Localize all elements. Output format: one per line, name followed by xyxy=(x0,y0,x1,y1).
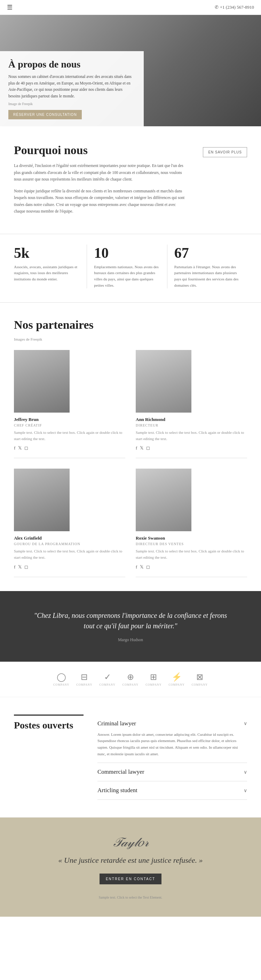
pourquoi-text1: La diversité, l'inclusion et l'égalité s… xyxy=(14,162,188,183)
poste-header-2[interactable]: Commercial lawyer ∨ xyxy=(97,768,247,775)
chevron-down-icon-1: ∨ xyxy=(243,721,247,726)
consult-button[interactable]: RÉSERVER UNE CONSULTATION xyxy=(8,110,82,119)
logo-label-6: COMPANY xyxy=(169,683,185,686)
logo-icon-6: ⚡ xyxy=(172,672,182,682)
partner-name-2: Ann Richmond xyxy=(136,417,247,422)
postes-right: Criminal lawyer ∨ Answer. Lorem ipsum do… xyxy=(97,714,247,800)
partner-name-1: Jeffrey Brun xyxy=(14,417,125,422)
footer-quote-section: 𝒯𝒶𝓎𝓁𝑜𝓇 « Une justice retardée est une ju… xyxy=(0,818,261,917)
stat-item-3: 67 Partenariats à l'étranger. Nous avons… xyxy=(174,245,247,288)
hero-title: À propos de nous xyxy=(8,59,135,70)
instagram-icon-2[interactable]: ◻ xyxy=(146,445,150,451)
logo-label-7: COMPANY xyxy=(192,683,208,686)
stat-item-2: 10 Emplacements nationaux. Nous avons de… xyxy=(94,245,167,288)
partner-sample-3: Sample text. Click to select the text bo… xyxy=(14,548,125,560)
facebook-icon-1[interactable]: f xyxy=(14,445,15,451)
twitter-icon-3[interactable]: 𝕏 xyxy=(18,564,22,570)
partner-card-2: Ann Richmond DIRECTEUR Sample text. Clic… xyxy=(136,350,247,458)
hero-image-credit: Image de Freepik xyxy=(8,102,135,106)
poste-item-1: Criminal lawyer ∨ Answer. Lorem ipsum do… xyxy=(97,714,247,763)
poste-title-3: Articling student xyxy=(97,787,137,794)
logos-section: ◯ COMPANY ⊟ COMPANY ✓ COMPANY ⊕ COMPANY … xyxy=(0,662,261,697)
footer-sample-text: Sample text. Click to select the Text El… xyxy=(14,896,247,899)
logo-icon-7: ⊠ xyxy=(196,672,203,682)
partner-role-4: DIRECTEUR DES VENTES xyxy=(136,542,247,546)
pourquoi-right: EN SAVOIR PLUS xyxy=(198,144,247,220)
instagram-icon-1[interactable]: ◻ xyxy=(24,445,28,451)
logo-label-4: COMPANY xyxy=(123,683,138,686)
contact-button[interactable]: ENTRER EN CONTACT xyxy=(100,873,161,885)
stat-item-1: 5k Associés, avocats, assistants juridiq… xyxy=(14,245,87,288)
poste-title-2: Commercial lawyer xyxy=(97,768,145,775)
logo-item-5: ⊞ COMPANY xyxy=(145,672,161,686)
stats-section: 5k Associés, avocats, assistants juridiq… xyxy=(0,234,261,303)
partenaires-heading: Nos partenaires xyxy=(14,318,247,331)
logo-icon-2: ⊟ xyxy=(81,672,88,682)
stat-desc-3: Partenariats à l'étranger. Nous avons de… xyxy=(174,264,240,288)
partner-social-4: f 𝕏 ◻ xyxy=(136,564,247,570)
partner-card-4: Roxie Swanson DIRECTEUR DES VENTES Sampl… xyxy=(136,469,247,577)
partner-role-1: CHEF CRÉATIF xyxy=(14,423,125,427)
header: ☰ ✆ +1 (234) 567-8910 xyxy=(0,0,261,15)
partner-social-3: f 𝕏 ◻ xyxy=(14,564,125,570)
poste-header-1[interactable]: Criminal lawyer ∨ xyxy=(97,720,247,727)
twitter-icon-1[interactable]: 𝕏 xyxy=(18,445,22,451)
menu-icon[interactable]: ☰ xyxy=(7,3,13,11)
postes-left: Postes ouverts xyxy=(14,714,84,800)
logo-label-5: COMPANY xyxy=(145,683,161,686)
phone-number: ✆ +1 (234) 567-8910 xyxy=(215,5,254,10)
quote-section: "Chez Libra, nous comprenons l'importanc… xyxy=(0,591,261,662)
pourquoi-heading: Pourquoi nous xyxy=(14,144,188,157)
partner-sample-4: Sample text. Click to select the text bo… xyxy=(136,548,247,560)
partner-photo-2 xyxy=(136,350,191,413)
savoir-plus-button[interactable]: EN SAVOIR PLUS xyxy=(203,147,247,157)
pourquoi-section: Pourquoi nous La diversité, l'inclusion … xyxy=(0,126,261,234)
partner-social-1: f 𝕏 ◻ xyxy=(14,445,125,451)
partenaires-section: Nos partenaires Images de Freepik Jeffre… xyxy=(0,303,261,591)
twitter-icon-4[interactable]: 𝕏 xyxy=(140,564,143,570)
logo-icon-3: ✓ xyxy=(104,672,111,682)
logo-icon-4: ⊕ xyxy=(127,672,134,682)
partner-photo-3 xyxy=(14,469,70,531)
partner-name-3: Alex Grinfield xyxy=(14,535,125,541)
stat-number-3: 67 xyxy=(174,245,240,261)
partner-card-1: Jeffrey Brun CHEF CRÉATIF Sample text. C… xyxy=(14,350,125,458)
facebook-icon-3[interactable]: f xyxy=(14,564,15,570)
footer-quote-text: « Une justice retardée est une justice r… xyxy=(14,855,247,866)
twitter-icon-2[interactable]: 𝕏 xyxy=(140,445,143,451)
hero-section: À propos de nous Nous sommes un cabinet … xyxy=(0,15,261,126)
partner-social-2: f 𝕏 ◻ xyxy=(136,445,247,451)
poste-title-1: Criminal lawyer xyxy=(97,720,136,727)
logo-item-4: ⊕ COMPANY xyxy=(123,672,138,686)
logo-label-2: COMPANY xyxy=(76,683,92,686)
partner-name-4: Roxie Swanson xyxy=(136,535,247,541)
postes-heading: Postes ouverts xyxy=(14,714,84,731)
partner-role-3: GOUROU DE LA PROGRAMMATION xyxy=(14,542,125,546)
hero-text: Nous sommes un cabinet d'avocats interna… xyxy=(8,73,135,99)
quote-text: "Chez Libra, nous comprenons l'importanc… xyxy=(33,610,228,631)
partner-sample-2: Sample text. Click to select the text bo… xyxy=(136,430,247,442)
poste-content-1: Answer. Lorem ipsum dolor sit amet, cons… xyxy=(97,731,247,757)
instagram-icon-4[interactable]: ◻ xyxy=(146,564,150,570)
postes-section: Postes ouverts Criminal lawyer ∨ Answer.… xyxy=(0,697,261,818)
pourquoi-text2: Notre équipe juridique reflète la divers… xyxy=(14,188,188,215)
poste-header-3[interactable]: Articling student ∨ xyxy=(97,787,247,794)
partner-photo-1 xyxy=(14,350,70,413)
stat-number-2: 10 xyxy=(94,245,160,261)
chevron-down-icon-3: ∨ xyxy=(243,788,247,794)
logo-label-3: COMPANY xyxy=(100,683,116,686)
stat-desc-1: Associés, avocats, assistants juridiques… xyxy=(14,264,80,283)
quote-author: Margo Hudson xyxy=(14,637,247,643)
logo-icon-5: ⊞ xyxy=(150,672,157,682)
logo-item-1: ◯ COMPANY xyxy=(53,672,69,686)
facebook-icon-4[interactable]: f xyxy=(136,564,137,570)
partenaires-subtitle: Images de Freepik xyxy=(14,337,247,341)
signature: 𝒯𝒶𝓎𝓁𝑜𝓇 xyxy=(14,835,247,850)
instagram-icon-3[interactable]: ◻ xyxy=(24,564,28,570)
partner-card-3: Alex Grinfield GOUROU DE LA PROGRAMMATIO… xyxy=(14,469,125,577)
logo-item-7: ⊠ COMPANY xyxy=(192,672,208,686)
facebook-icon-2[interactable]: f xyxy=(136,445,137,451)
stat-number-1: 5k xyxy=(14,245,80,261)
logo-label-1: COMPANY xyxy=(53,683,69,686)
partner-sample-1: Sample text. Click to select the text bo… xyxy=(14,430,125,442)
